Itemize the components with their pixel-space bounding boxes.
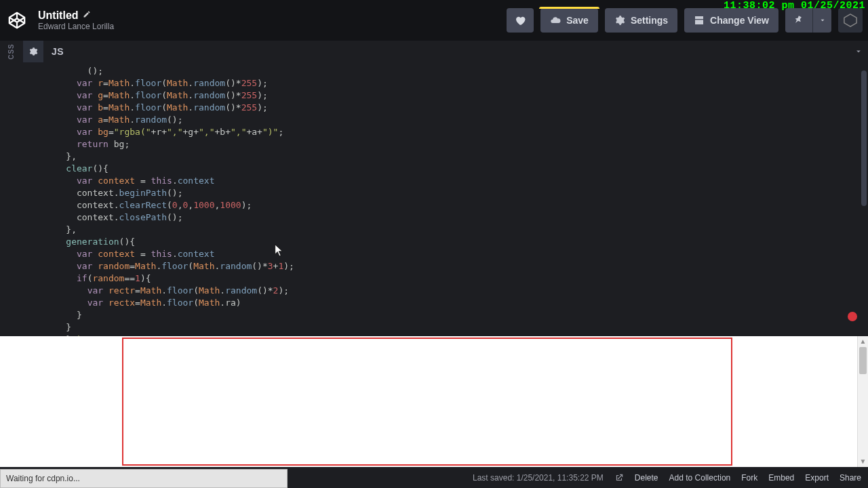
svg-marker-5 bbox=[844, 14, 856, 26]
scrollbar-thumb[interactable] bbox=[859, 347, 867, 374]
scroll-up-icon[interactable]: ▲ bbox=[860, 336, 867, 347]
settings-button[interactable]: Settings bbox=[605, 8, 677, 33]
browser-status-bar: Waiting for cdpn.io... bbox=[0, 469, 288, 488]
svg-rect-4 bbox=[695, 20, 703, 24]
export-button[interactable]: Export bbox=[805, 473, 829, 483]
embed-button[interactable]: Embed bbox=[768, 473, 794, 483]
external-link-icon[interactable] bbox=[614, 473, 624, 483]
cloud-icon bbox=[550, 15, 561, 26]
panel-menu-button[interactable] bbox=[849, 41, 868, 62]
scrollbar-thumb[interactable] bbox=[861, 70, 867, 206]
preview-scrollbar[interactable]: ▲ ▼ bbox=[857, 336, 868, 467]
title-block: Untitled Edward Lance Lorilla bbox=[38, 9, 114, 32]
user-avatar[interactable] bbox=[838, 8, 863, 33]
pin-menu-button[interactable] bbox=[812, 8, 831, 33]
add-collection-button[interactable]: Add to Collection bbox=[669, 473, 731, 483]
share-button[interactable]: Share bbox=[840, 473, 861, 483]
collapsed-panels[interactable]: CSS bbox=[0, 41, 23, 62]
gear-icon bbox=[28, 47, 38, 56]
change-view-button[interactable]: Change View bbox=[684, 8, 778, 33]
css-panel-label: CSS bbox=[8, 43, 15, 60]
js-settings-button[interactable] bbox=[23, 41, 43, 62]
preview-canvas[interactable] bbox=[122, 338, 732, 466]
codepen-logo[interactable] bbox=[5, 9, 28, 32]
chevron-down-icon bbox=[819, 17, 826, 24]
heart-icon bbox=[514, 14, 526, 26]
pen-title[interactable]: Untitled bbox=[38, 9, 114, 22]
settings-label: Settings bbox=[631, 15, 668, 26]
svg-rect-3 bbox=[695, 16, 703, 19]
fork-button[interactable]: Fork bbox=[741, 473, 757, 483]
preview-pane: ▲ ▼ bbox=[0, 336, 868, 467]
pin-group bbox=[785, 8, 831, 33]
save-button[interactable]: Save bbox=[540, 8, 598, 33]
line-gutter bbox=[0, 62, 45, 336]
code-content[interactable]: (); var r=Math.floor(Math.random()*255);… bbox=[45, 62, 868, 336]
save-label: Save bbox=[566, 15, 589, 26]
scroll-down-icon[interactable]: ▼ bbox=[860, 456, 867, 467]
code-editor[interactable]: (); var r=Math.floor(Math.random()*255);… bbox=[0, 62, 868, 336]
like-button[interactable] bbox=[507, 8, 534, 33]
pen-title-text: Untitled bbox=[38, 9, 79, 22]
recording-timestamp: 11:38:02 pm 01/25/2021 bbox=[724, 0, 865, 12]
change-view-label: Change View bbox=[710, 15, 769, 26]
pin-icon bbox=[794, 16, 804, 25]
last-saved-text: Last saved: 1/25/2021, 11:35:22 PM bbox=[473, 473, 604, 483]
layout-icon bbox=[694, 15, 705, 26]
gear-icon bbox=[614, 15, 625, 26]
pin-button[interactable] bbox=[785, 8, 812, 33]
tab-js[interactable]: JS bbox=[43, 41, 72, 62]
error-indicator[interactable] bbox=[848, 312, 857, 321]
unsaved-indicator bbox=[539, 7, 599, 9]
avatar-icon bbox=[842, 12, 859, 28]
edit-title-icon[interactable] bbox=[83, 10, 91, 20]
editor-scrollbar[interactable] bbox=[860, 62, 868, 336]
pen-author[interactable]: Edward Lance Lorilla bbox=[38, 22, 114, 31]
editor-tab-bar: CSS JS bbox=[0, 41, 868, 62]
delete-button[interactable]: Delete bbox=[635, 473, 658, 483]
chevron-down-icon bbox=[854, 47, 863, 56]
